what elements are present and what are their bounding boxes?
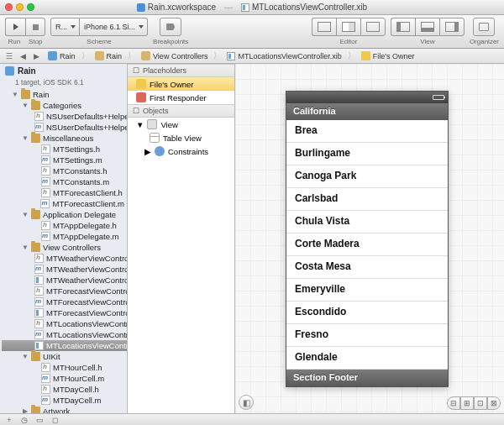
outline-section-objects: ☐Objects	[128, 104, 234, 118]
file-m[interactable]: MTLocationsViewController.m	[2, 329, 127, 340]
file-h[interactable]: NSUserDefaults+Helpers.h	[2, 111, 127, 122]
file-m[interactable]: MTWeatherViewController.m	[2, 264, 127, 275]
header-file-icon	[34, 254, 44, 263]
file-h[interactable]: MTSettings.h	[2, 144, 127, 155]
interface-builder-canvas[interactable]: California BreaBurlingameCanoga ParkCarl…	[235, 64, 504, 413]
folder-icon	[95, 51, 104, 60]
file-m[interactable]: NSUserDefaults+Helpers.m	[2, 122, 127, 133]
file-m[interactable]: MTForecastClient.m	[2, 198, 127, 209]
status-bar	[286, 92, 448, 103]
file-h[interactable]: MTHourCell.h	[2, 362, 127, 373]
jump-bar-object[interactable]: File's Owner	[357, 51, 419, 60]
canvas-layout-controls[interactable]: ⊟ ⊞ ⊡ ⊠	[447, 396, 501, 410]
objects-icon: ☐	[133, 107, 139, 115]
breakpoints-button[interactable]	[160, 18, 181, 36]
jump-bar-folder-1[interactable]: Rain	[91, 51, 127, 60]
add-button[interactable]: +	[3, 415, 15, 424]
jump-bar-folder-2[interactable]: View Controllers	[137, 51, 212, 60]
file-h[interactable]: MTWeatherViewController.h	[2, 253, 127, 264]
file-xib[interactable]: MTForecastViewController.xib	[2, 307, 127, 318]
scheme-selector[interactable]: R...	[50, 18, 80, 36]
zoom-window-button[interactable]	[27, 3, 34, 11]
group-categories[interactable]: ▼Categories	[2, 100, 127, 111]
impl-file-icon	[41, 177, 50, 186]
close-window-button[interactable]	[5, 3, 13, 11]
file-h[interactable]: MTLocationsViewController.h	[2, 318, 127, 329]
project-navigator[interactable]: Rain 1 target, iOS SDK 6.1 ▼Rain ▼Catego…	[0, 64, 128, 413]
jump-bar-project[interactable]: Rain	[44, 51, 80, 60]
align-button[interactable]: ⊟	[447, 396, 460, 410]
file-m[interactable]: MTSettings.m	[2, 155, 127, 165]
files-owner-icon	[136, 79, 146, 89]
jump-bar-file[interactable]: MTLocationsViewController.xib	[223, 52, 345, 60]
table-row[interactable]: Costa Mesa	[286, 256, 448, 279]
table-row[interactable]: Glendale	[286, 347, 448, 370]
file-m[interactable]: MTDayCell.m	[2, 395, 127, 406]
stop-button[interactable]	[25, 18, 45, 36]
impl-file-icon	[41, 396, 50, 405]
assistant-editor-icon	[342, 22, 355, 32]
table-row[interactable]: Carlsbad	[286, 188, 448, 211]
group-misc[interactable]: ▼Miscellaneous	[2, 133, 127, 144]
group-rain[interactable]: ▼Rain	[2, 89, 127, 100]
destination-selector[interactable]: iPhone 6.1 Si...	[80, 18, 148, 36]
workspace-name: Rain.xcworkspace	[148, 3, 216, 12]
navigator-panel-icon	[396, 22, 410, 32]
files-owner-icon	[361, 51, 370, 60]
file-h[interactable]: MTDayCell.h	[2, 384, 127, 395]
workspace-icon	[137, 3, 145, 12]
table-section-footer[interactable]: Section Footer	[286, 370, 448, 386]
minimize-window-button[interactable]	[16, 3, 24, 11]
table-row[interactable]: Fresno	[286, 324, 448, 347]
group-vcs[interactable]: ▼View Controllers	[2, 242, 127, 253]
outline-table-view[interactable]: Table View	[128, 131, 234, 144]
table-row[interactable]: Corte Madera	[286, 233, 448, 256]
document-outline[interactable]: ☐Placeholders File's Owner First Respond…	[128, 64, 235, 413]
unsaved-filter-button[interactable]: ◻	[49, 415, 60, 424]
file-h[interactable]: MTForecastClient.h	[2, 187, 127, 198]
file-h[interactable]: MTAppDelegate.h	[2, 220, 127, 231]
debug-panel-icon	[421, 22, 434, 32]
xib-file-icon	[34, 341, 44, 350]
editor-mode-segmented[interactable]	[312, 18, 386, 36]
table-row[interactable]: Emeryville	[286, 279, 448, 302]
group-artwork[interactable]: ▶Artwork	[2, 406, 127, 413]
file-m[interactable]: MTAppDelegate.m	[2, 231, 127, 242]
file-xib-selected[interactable]: MTLocationsViewController.xib	[2, 340, 127, 351]
project-root[interactable]: Rain	[0, 64, 127, 78]
run-button[interactable]	[5, 18, 25, 36]
group-uikit[interactable]: ▼UIKit	[2, 351, 127, 362]
table-section-header[interactable]: California	[286, 103, 448, 120]
file-m[interactable]: MTHourCell.m	[2, 373, 127, 384]
recent-filter-button[interactable]: ◷	[18, 415, 30, 424]
header-file-icon	[34, 319, 44, 328]
group-appdel[interactable]: ▼Application Delegate	[2, 209, 127, 220]
impl-file-icon	[41, 374, 50, 383]
view-panels-segmented[interactable]	[391, 18, 465, 36]
outline-view[interactable]: ▼View	[128, 118, 234, 131]
table-row[interactable]: Canoga Park	[286, 165, 448, 188]
file-h[interactable]: MTConstants.h	[2, 165, 127, 176]
file-m[interactable]: MTConstants.m	[2, 176, 127, 187]
document-outline-toggle[interactable]: ◧	[239, 395, 254, 410]
file-h[interactable]: MTForecastViewController.h	[2, 286, 127, 296]
related-items-button[interactable]: ☰	[3, 52, 15, 60]
folder-icon	[31, 352, 40, 361]
outline-first-responder[interactable]: First Responder	[128, 91, 234, 104]
table-row[interactable]: Brea	[286, 120, 448, 143]
resizing-button[interactable]: ⊠	[487, 396, 501, 410]
pin-button[interactable]: ⊞	[460, 396, 474, 410]
back-button[interactable]: ◀	[17, 52, 29, 60]
table-row[interactable]: Burlingame	[286, 143, 448, 165]
scm-filter-button[interactable]: ▭	[34, 415, 45, 424]
table-row[interactable]: Chula Vista	[286, 211, 448, 233]
file-m[interactable]: MTForecastViewController.m	[2, 296, 127, 307]
organizer-button[interactable]	[473, 18, 495, 36]
resolve-button[interactable]: ⊡	[474, 396, 487, 410]
file-xib[interactable]: MTWeatherViewController.xib	[2, 275, 127, 286]
outline-files-owner[interactable]: File's Owner	[128, 77, 234, 91]
simulated-device-view[interactable]: California BreaBurlingameCanoga ParkCarl…	[286, 91, 449, 387]
outline-constraints[interactable]: ▶Constraints	[128, 144, 234, 158]
forward-button[interactable]: ▶	[30, 52, 42, 60]
table-row[interactable]: Escondido	[286, 302, 448, 324]
